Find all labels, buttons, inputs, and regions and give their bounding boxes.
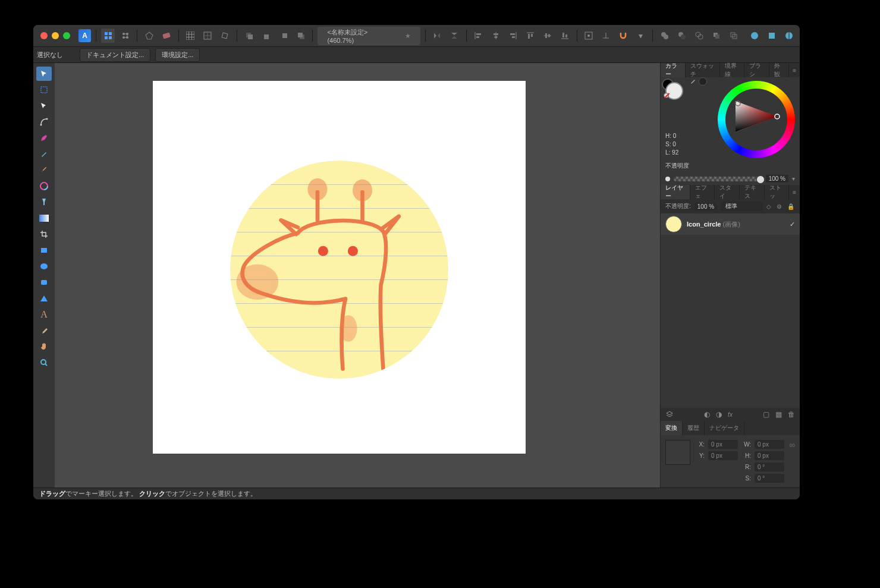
align-top-icon[interactable]: [523, 29, 537, 43]
adjustment-icon[interactable]: ◑: [716, 410, 722, 419]
opacity-value[interactable]: 100 %: [766, 175, 788, 183]
snap-grid-icon[interactable]: [582, 29, 596, 43]
gradient-tool[interactable]: [36, 211, 52, 225]
tab-stock[interactable]: ストッ: [765, 185, 790, 199]
close-window-button[interactable]: [40, 32, 48, 39]
persona-designer-icon[interactable]: [101, 29, 115, 43]
arrange-back-icon[interactable]: [242, 29, 256, 43]
layer-row[interactable]: Icon_circle(画像) ✓: [661, 213, 800, 235]
tab-transform[interactable]: 変換: [661, 421, 683, 435]
preferences-button[interactable]: 環境設定...: [155, 48, 200, 62]
arrange-backward-icon[interactable]: [259, 29, 273, 43]
artboard-tool[interactable]: [36, 83, 52, 97]
polygon-icon[interactable]: [142, 29, 156, 43]
tab-color[interactable]: カラー: [661, 63, 686, 77]
blend-mode-select[interactable]: 標準: [721, 202, 763, 211]
delete-layer-icon[interactable]: 🗑: [788, 410, 795, 419]
add-layer-icon[interactable]: ▢: [763, 410, 769, 419]
tab-text[interactable]: テキス: [740, 185, 765, 199]
color-wheel[interactable]: [718, 81, 795, 158]
align-vcenter-icon[interactable]: [540, 29, 554, 43]
r-field[interactable]: 0 °: [755, 463, 784, 471]
anchor-selector[interactable]: [665, 440, 690, 465]
bool-xor-icon[interactable]: [709, 29, 723, 43]
eraser-icon[interactable]: [160, 29, 174, 43]
fill-tool[interactable]: [36, 179, 52, 193]
hand-tool[interactable]: [36, 339, 52, 354]
pen-tool[interactable]: [36, 131, 52, 145]
rectangle-tool[interactable]: [36, 243, 52, 257]
arrange-forward-icon[interactable]: [276, 29, 290, 43]
guides-icon[interactable]: [201, 29, 215, 43]
opacity-dropdown-icon[interactable]: ▾: [792, 175, 795, 182]
eyedropper-tool[interactable]: [36, 323, 52, 338]
opacity-start-handle[interactable]: [665, 177, 670, 181]
mask-icon[interactable]: ◐: [704, 410, 710, 419]
fx-icon[interactable]: fx: [728, 411, 733, 418]
align-left-icon[interactable]: [472, 29, 485, 43]
w-field[interactable]: 0 px: [755, 440, 784, 449]
minimize-window-button[interactable]: [52, 32, 59, 39]
arrange-front-icon[interactable]: [294, 29, 307, 43]
triangle-tool[interactable]: [36, 291, 52, 306]
ellipse-tool[interactable]: [36, 259, 52, 273]
panel-menu-icon[interactable]: ≡: [789, 189, 800, 196]
corner-tool[interactable]: [36, 115, 52, 129]
tab-swatches[interactable]: スウォッチ: [686, 63, 720, 77]
add-pixel-icon[interactable]: ▦: [775, 410, 782, 419]
x-field[interactable]: 0 px: [708, 440, 738, 449]
studio-thumb2-icon[interactable]: [765, 29, 779, 43]
s-field[interactable]: 0 °: [755, 474, 784, 483]
studio-thumb1-icon[interactable]: [748, 29, 762, 43]
glass-tool[interactable]: [36, 195, 52, 209]
tab-history[interactable]: 履歴: [683, 421, 705, 435]
zoom-window-button[interactable]: [63, 32, 70, 39]
lock-icon[interactable]: 🔒: [787, 203, 795, 210]
align-bottom-icon[interactable]: [558, 29, 571, 43]
document-title[interactable]: <名称未設定> (460.7%)★: [318, 27, 420, 45]
tab-layers[interactable]: レイヤー: [661, 185, 690, 199]
crop-tool[interactable]: [36, 227, 52, 241]
link-dimensions-icon[interactable]: ∞: [789, 440, 795, 483]
persona-pixel-icon[interactable]: [118, 29, 132, 43]
snap-baseline-icon[interactable]: [599, 29, 613, 43]
layer-visible-checkbox[interactable]: ✓: [790, 221, 795, 228]
pencil-tool[interactable]: [36, 147, 52, 161]
tab-stroke[interactable]: 境界線: [720, 63, 745, 77]
studio-thumb3-icon[interactable]: [782, 29, 796, 43]
tab-effects[interactable]: エフェ: [690, 185, 715, 199]
h-field[interactable]: 0 px: [755, 451, 784, 460]
flip-h-icon[interactable]: [430, 29, 444, 43]
layers-stack-icon[interactable]: [665, 410, 674, 419]
opacity-slider[interactable]: [674, 177, 762, 181]
y-field[interactable]: 0 px: [708, 451, 738, 460]
layer-list[interactable]: Icon_circle(画像) ✓: [661, 213, 800, 408]
grid-icon[interactable]: [184, 29, 197, 43]
bool-subtract-icon[interactable]: [675, 29, 689, 43]
eyedropper-preview[interactable]: [689, 77, 707, 86]
dropdown-icon[interactable]: ▾: [634, 29, 648, 43]
zoom-tool[interactable]: [36, 356, 52, 370]
doc-settings-button[interactable]: ドキュメント設定...: [80, 48, 150, 62]
bool-intersect-icon[interactable]: [692, 29, 706, 43]
flip-v-icon[interactable]: [448, 29, 461, 43]
panel-menu-icon[interactable]: ≡: [789, 67, 800, 74]
bool-divide-icon[interactable]: [727, 29, 741, 43]
gear-icon[interactable]: ⚙: [775, 203, 783, 210]
tab-appearance[interactable]: 外観: [769, 63, 789, 77]
brush-tool[interactable]: [36, 163, 52, 177]
rotate-canvas-icon[interactable]: [218, 29, 232, 43]
node-tool[interactable]: [36, 99, 52, 113]
snap-magnet-icon[interactable]: [617, 29, 630, 43]
align-hcenter-icon[interactable]: [489, 29, 502, 43]
rounded-rect-tool[interactable]: [36, 275, 52, 290]
text-tool[interactable]: A: [36, 307, 52, 322]
layer-opacity-value[interactable]: 100 %: [694, 203, 717, 210]
tab-navigator[interactable]: ナビゲータ: [705, 421, 744, 435]
move-tool[interactable]: [36, 67, 52, 81]
bool-add-icon[interactable]: [658, 29, 671, 43]
tab-brushes[interactable]: ブラシ: [744, 63, 769, 77]
tab-styles[interactable]: スタイ: [715, 185, 740, 199]
align-right-icon[interactable]: [506, 29, 520, 43]
canvas-area[interactable]: [55, 63, 660, 488]
